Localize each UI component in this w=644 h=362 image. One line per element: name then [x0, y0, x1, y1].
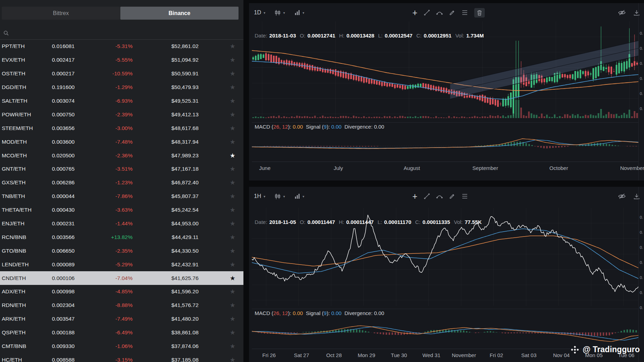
favorite-star-icon[interactable]: ★	[222, 152, 243, 159]
pair-row[interactable]: ENJ/ETH0.000231-1.44%$44,953.00★	[0, 217, 243, 231]
macd-chart[interactable]	[252, 317, 638, 347]
x-axis-label: June	[259, 165, 271, 171]
hourly-chart-panel: 1H▾ ▾ ▾ + Date:2018-11-05O:0.00011447H:0…	[249, 187, 644, 362]
chart-style-select[interactable]: ▾	[274, 193, 285, 200]
pair-row[interactable]: ARK/ETH0.003547-7.49%$41,480.20★	[0, 312, 243, 326]
pair-symbol: GNT/ETH	[2, 166, 52, 172]
pane-divider	[252, 309, 638, 309]
brush-tool-button[interactable]	[449, 9, 455, 16]
favorite-star-icon[interactable]: ★	[222, 165, 243, 173]
horizontal-lines-tool-button[interactable]	[462, 193, 468, 199]
pair-row[interactable]: TNB/ETH0.000044-7.86%$45,807.37★	[0, 190, 243, 203]
pair-volume: $50,479.93	[133, 84, 222, 90]
favorite-star-icon[interactable]: ★	[222, 301, 243, 309]
pair-row[interactable]: OST/ETH0.000217-10.59%$50,590.91★	[0, 67, 243, 81]
y-axis-tick: 0.	[640, 61, 643, 66]
curve-tool-button[interactable]	[436, 9, 443, 16]
indicators-select[interactable]: ▾	[294, 9, 304, 16]
pair-row[interactable]: MOD/ETH0.003600-7.48%$48,317.94★	[0, 135, 243, 149]
brush-tool-button[interactable]	[449, 193, 455, 199]
favorite-star-icon[interactable]: ★	[222, 97, 243, 105]
favorite-star-icon[interactable]: ★	[222, 261, 243, 268]
curve-icon	[436, 193, 443, 199]
pair-price: 0.000765	[52, 166, 91, 172]
favorite-star-icon[interactable]: ★	[222, 124, 243, 132]
chart-toolbar: 1H▾ ▾ ▾ +	[254, 190, 640, 203]
brush-icon	[449, 193, 455, 199]
pair-row[interactable]: GXS/ETH0.006286-1.23%$46,872.40★	[0, 176, 243, 190]
pair-row[interactable]: MCO/ETH0.020500-2.36%$47,989.23★	[0, 149, 243, 162]
pair-row[interactable]: RDN/ETH0.002304-8.88%$41,576.72★	[0, 299, 243, 312]
pair-row[interactable]: THETA/ETH0.000430-3.63%$45,242.54★	[0, 203, 243, 217]
favorite-star-icon[interactable]: ★	[222, 315, 243, 323]
pair-change: -7.49%	[91, 316, 133, 322]
add-drawing-button[interactable]: +	[412, 9, 418, 16]
pair-row[interactable]: LEND/ETH0.000089-5.29%$42,432.91★	[0, 258, 243, 271]
favorite-star-icon[interactable]: ★	[222, 329, 243, 336]
x-axis-label: Oct 28	[326, 352, 342, 358]
pair-price: 0.009330	[52, 343, 91, 349]
pair-row[interactable]: GNT/ETH0.000765-3.51%$47,167.18★	[0, 162, 243, 176]
pair-row[interactable]: RCN/BNB0.003566+13.82%$44,429.11★	[0, 230, 243, 244]
timeframe-select[interactable]: 1D▾	[254, 9, 265, 16]
curve-tool-button[interactable]	[436, 193, 443, 199]
timeframe-select[interactable]: 1H▾	[254, 193, 265, 199]
pair-row[interactable]: CMT/BNB0.009330-1.06%$37,874.06★	[0, 340, 243, 353]
y-axis: 0.0.0.0.0.0.	[638, 3, 644, 180]
pair-volume: $47,989.23	[133, 152, 222, 159]
tab-bittrex[interactable]: Bittrex	[2, 7, 120, 20]
favorite-star-icon[interactable]: ★	[222, 192, 243, 200]
macd-chart[interactable]	[252, 131, 638, 160]
pair-row[interactable]: EVX/ETH0.002417-5.55%$51,094.92★	[0, 53, 243, 67]
x-axis-label: November	[452, 352, 476, 358]
indicators-icon	[294, 193, 301, 199]
favorite-star-icon[interactable]: ★	[222, 220, 243, 227]
hide-drawings-button[interactable]	[618, 10, 626, 15]
pair-price: 0.020500	[52, 152, 91, 159]
pair-row[interactable]: GTO/BNB0.006650-2.35%$44,330.50★	[0, 244, 243, 258]
favorite-star-icon[interactable]: ★	[222, 111, 243, 118]
add-drawing-button[interactable]: +	[412, 193, 418, 200]
favorite-star-icon[interactable]: ★	[222, 206, 243, 214]
favorite-star-icon[interactable]: ★	[222, 342, 243, 350]
tab-binance[interactable]: Binance	[120, 7, 239, 20]
favorite-star-icon[interactable]: ★	[222, 288, 243, 295]
pair-row[interactable]: PPT/ETH0.016081-5.31%$52,861.02★	[0, 40, 243, 53]
hide-drawings-button[interactable]	[618, 193, 626, 199]
horizontal-lines-tool-button[interactable]	[462, 9, 468, 16]
favorite-star-icon[interactable]: ★	[222, 356, 243, 362]
favorite-star-icon[interactable]: ★	[222, 274, 243, 282]
pair-change: -1.06%	[91, 343, 133, 349]
chevron-down-icon: ▾	[283, 194, 285, 198]
x-axis: JuneJulyAugustSeptemberOctoberNovember	[252, 162, 638, 172]
pair-row[interactable]: SALT/ETH0.003074-6.93%$49,525.31★	[0, 94, 243, 108]
pair-row[interactable]: POWR/ETH0.000750-2.39%$49,412.13★	[0, 108, 243, 121]
favorite-star-icon[interactable]: ★	[222, 70, 243, 77]
pair-row[interactable]: ADX/ETH0.000998-4.85%$41,596.20★	[0, 285, 243, 299]
favorite-star-icon[interactable]: ★	[222, 138, 243, 146]
chart-style-select[interactable]: ▾	[274, 9, 285, 16]
pair-symbol: EVX/ETH	[2, 57, 52, 63]
pair-symbol: THETA/ETH	[2, 207, 52, 213]
favorite-star-icon[interactable]: ★	[222, 56, 243, 64]
remove-drawings-button[interactable]	[474, 8, 485, 18]
favorite-star-icon[interactable]: ★	[222, 83, 243, 91]
pair-symbol: QSP/ETH	[2, 329, 52, 336]
favorite-star-icon[interactable]: ★	[222, 247, 243, 255]
search-bar[interactable]	[0, 27, 243, 40]
pair-row[interactable]: HC/ETH0.008588-3.15%$37,185.08★	[0, 353, 243, 362]
pair-row[interactable]: CND/ETH0.000106-7.04%$41,625.76★	[0, 271, 243, 285]
pair-row[interactable]: QSP/ETH0.000188-6.49%$38,861.08★	[0, 326, 243, 340]
y-axis-tick: 0.	[640, 230, 643, 234]
pair-volume: $42,432.91	[133, 261, 222, 268]
favorite-star-icon[interactable]: ★	[222, 179, 243, 186]
pair-row[interactable]: STEEM/ETH0.003656-3.00%$48,617.68★	[0, 121, 243, 135]
indicators-select[interactable]: ▾	[294, 193, 304, 199]
pair-change: -1.29%	[91, 84, 133, 90]
search-input[interactable]	[12, 30, 240, 36]
favorite-star-icon[interactable]: ★	[222, 42, 243, 50]
favorite-star-icon[interactable]: ★	[222, 233, 243, 241]
trendline-tool-button[interactable]	[424, 193, 430, 199]
trendline-tool-button[interactable]	[424, 9, 430, 16]
pair-row[interactable]: DGD/ETH0.191600-1.29%$50,479.93★	[0, 81, 243, 94]
